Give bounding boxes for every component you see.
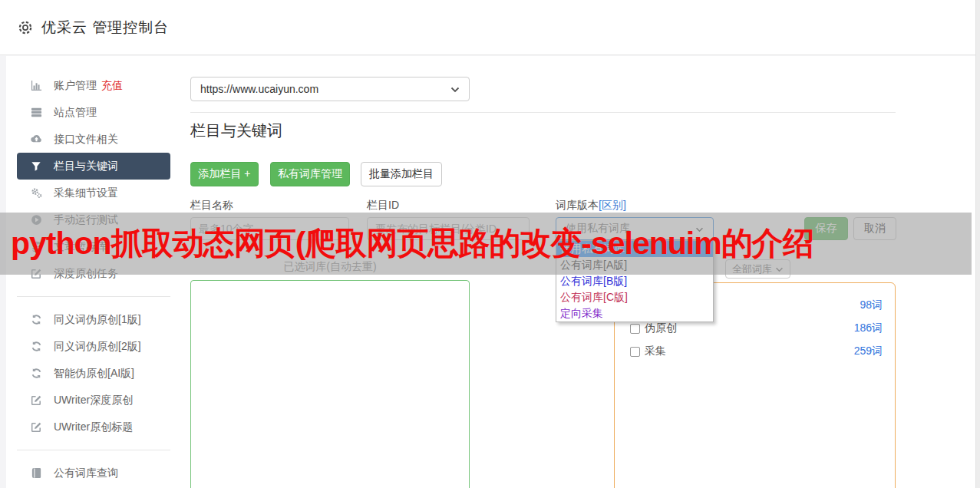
app-window: 优采云 管理控制台 账户管理 充值 站点管理 接口文件相关 栏目与关键词 [0, 0, 980, 488]
selected-dict-textarea[interactable] [190, 280, 470, 488]
sidebar-item-collect-settings[interactable]: 采集细节设置 [17, 180, 170, 206]
batch-add-button[interactable]: 批量添加栏目 [361, 162, 442, 186]
filter-icon [29, 161, 43, 172]
sidebar-divider [17, 296, 170, 297]
site-select[interactable]: https://www.ucaiyun.com [190, 77, 470, 101]
gear-logo-icon [17, 19, 34, 36]
sidebar-item-account[interactable]: 账户管理 充值 [17, 72, 170, 99]
dict-row-label: 采集 [645, 345, 666, 358]
sidebar-item-label: 站点管理 [54, 106, 97, 120]
divider [190, 112, 896, 113]
sidebar-item-label: 账户管理 [54, 79, 97, 93]
sidebar-item-label: UWriter深度原创 [54, 394, 133, 407]
gears-icon [29, 187, 43, 199]
sidebar-item-ai-rewrite[interactable]: 智能伪原创[AI版] [17, 360, 170, 387]
book-icon [29, 467, 43, 479]
header-bar: 优采云 管理控制台 [0, 0, 975, 55]
dict-version-label: 词库版本[区别] [556, 199, 626, 213]
sidebar-item-synonym-v1[interactable]: 同义词伪原创[1版] [17, 306, 170, 333]
sidebar-item-label: 公有词库查询 [54, 467, 118, 480]
app-title: 优采云 管理控制台 [41, 18, 169, 38]
sidebar-item-columns-keywords[interactable]: 栏目与关键词 [17, 153, 170, 180]
sidebar-item-label: 智能伪原创[AI版] [54, 367, 134, 381]
bar-chart-icon [29, 80, 43, 91]
sidebar-item-label: 同义词伪原创[1版] [54, 313, 141, 327]
recharge-badge[interactable]: 充值 [101, 79, 123, 93]
sidebar-item-label: 栏目与关键词 [54, 160, 118, 173]
sidebar-divider [17, 450, 170, 450]
sidebar-item-label: 采集细节设置 [54, 186, 118, 200]
overlay-banner: python抓取动态网页(爬取网页思路的改变-selenuim的介绍 [0, 213, 972, 275]
sidebar-item-label: UWriter原创标题 [54, 420, 133, 434]
edit-icon [29, 394, 43, 406]
dict-row: 采集 259词 [630, 340, 883, 363]
refresh-icon [29, 341, 43, 352]
edit-icon [29, 421, 43, 433]
sidebar-item-interface-files[interactable]: 接口文件相关 [17, 126, 170, 153]
cloud-upload-icon [29, 134, 43, 145]
dropdown-option-public-c[interactable]: 公有词库[C版] [556, 289, 713, 305]
dropdown-option-public-b[interactable]: 公有词库[B版] [556, 273, 713, 289]
sidebar-item-label: 接口文件相关 [54, 133, 118, 147]
page-scrollbar[interactable] [975, 0, 980, 488]
dict-row-count: 98词 [860, 298, 883, 312]
column-id-label: 栏目ID [367, 199, 399, 213]
dict-row-count: 186词 [854, 321, 883, 335]
dict-checkbox[interactable] [630, 324, 640, 334]
dict-checkbox[interactable] [630, 347, 640, 357]
sidebar-item-site[interactable]: 站点管理 [17, 99, 170, 126]
dict-row-label: 伪原创 [645, 321, 677, 335]
sidebar-item-public-dict-query[interactable]: 公有词库查询 [17, 460, 170, 486]
banner-headline: python抓取动态网页(爬取网页思路的改变-selenuim的介绍 [0, 223, 813, 265]
chevron-down-icon [450, 83, 460, 95]
server-icon [29, 107, 43, 118]
page-title: 栏目与关键词 [190, 120, 282, 141]
sidebar-item-uwriter-title[interactable]: UWriter原创标题 [17, 414, 170, 440]
dropdown-option-directed[interactable]: 定向采集 [556, 305, 713, 321]
sidebar-item-label: 同义词伪原创[2版] [54, 340, 141, 354]
sidebar-item-synonym-v2[interactable]: 同义词伪原创[2版] [17, 333, 170, 360]
column-name-label: 栏目名称 [190, 199, 233, 213]
refresh-icon [29, 314, 43, 325]
refresh-icon [29, 368, 43, 379]
sidebar-item-uwriter-deep[interactable]: UWriter深度原创 [17, 387, 170, 414]
add-column-button[interactable]: 添加栏目 + [190, 162, 259, 186]
dict-version-diff-link[interactable]: [区别] [599, 199, 626, 211]
private-dict-manage-button[interactable]: 私有词库管理 [270, 162, 350, 186]
dict-row-count: 259词 [854, 345, 883, 358]
site-select-value: https://www.ucaiyun.com [200, 83, 318, 95]
